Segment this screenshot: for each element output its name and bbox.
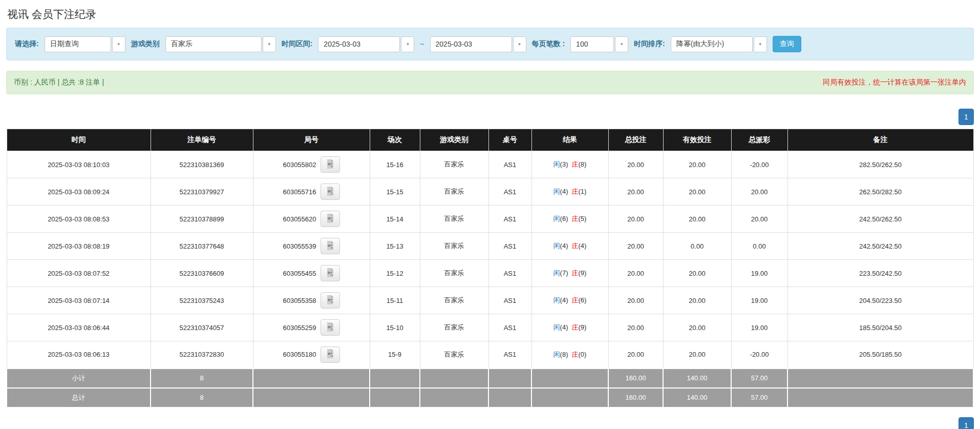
result-banker-label: 庄 — [572, 269, 579, 277]
video-replay-button[interactable] — [321, 238, 340, 254]
filter-bar: 请选择: ▼ 游戏类别 ▼ 时间区间: ▼ ~ ▼ 每页笔数 : ▼ 时间排序:… — [6, 28, 974, 60]
subtotal-label: 小计 — [7, 369, 151, 388]
header-time: 时间 — [7, 129, 151, 151]
date-range-separator: ~ — [420, 40, 424, 48]
cell-session: 15-16 — [370, 151, 420, 178]
cell-table-no: AS1 — [488, 287, 531, 314]
page-size-dropdown-button[interactable]: ▼ — [615, 36, 628, 52]
cell-session: 15-14 — [370, 206, 420, 233]
result-banker-count: (9) — [579, 269, 587, 277]
result-banker-label: 庄 — [572, 215, 579, 222]
cell-table-no: AS1 — [488, 233, 531, 260]
cell-table-no: AS1 — [488, 151, 531, 178]
cell-valid-bet: 20.00 — [663, 178, 731, 206]
video-replay-button[interactable] — [321, 211, 340, 227]
page-1-button[interactable]: 1 — [958, 109, 974, 125]
cell-table-no: AS1 — [488, 178, 531, 206]
select-type-label: 请选择: — [15, 39, 39, 49]
header-valid-bet: 有效投注 — [663, 129, 731, 151]
cell-total-bet[interactable]: 20.00 — [608, 151, 663, 178]
sort-order-input[interactable] — [671, 36, 753, 52]
cell-remark: 242.50/262.50 — [787, 206, 973, 233]
summary-empty-cell — [531, 369, 608, 388]
table-row: 2025-03-03 08:07:14 522310375243 6030553… — [7, 287, 973, 314]
date-from-dropdown-button[interactable]: ▼ — [401, 36, 414, 52]
cell-round-no: 603055358 — [253, 287, 370, 314]
date-from-input[interactable] — [318, 36, 400, 52]
page-1-button[interactable]: 1 — [958, 417, 974, 429]
sort-order-label: 时间排序: — [634, 39, 665, 49]
cell-time: 2025-03-03 08:07:52 — [7, 260, 151, 287]
date-from-combobox: ▼ — [318, 36, 414, 52]
cell-result: 闲(4)庄(4) — [531, 233, 608, 260]
summary-empty-cell — [787, 369, 973, 388]
result-player-label: 闲 — [553, 323, 560, 331]
header-round-no: 局号 — [253, 129, 370, 151]
cell-round-no: 603055802 — [253, 151, 370, 178]
header-remark: 备注 — [787, 129, 973, 151]
result-player-count: (3) — [560, 160, 568, 168]
page-size-input[interactable] — [570, 36, 614, 52]
result-player-count: (8) — [560, 351, 568, 358]
cell-game-type: 百家乐 — [420, 287, 488, 314]
cell-bet-no: 522310375243 — [151, 287, 253, 314]
video-replay-button[interactable] — [321, 183, 340, 200]
cell-session: 15-10 — [370, 314, 420, 341]
table-header: 时间 注单编号 局号 场次 游戏类别 桌号 结果 总投注 有效投注 总派彩 备注 — [7, 129, 973, 151]
cell-bet-no: 522310379927 — [151, 178, 253, 206]
cell-bet-no: 522310372830 — [151, 341, 253, 369]
game-type-label: 游戏类别 — [131, 39, 160, 49]
summary-empty-cell — [370, 369, 420, 388]
table-row: 2025-03-03 08:08:53 522310378899 6030556… — [7, 206, 973, 233]
cell-payout: 20.00 — [731, 206, 787, 233]
cell-total-bet[interactable]: 20.00 — [608, 178, 663, 206]
cell-table-no: AS1 — [488, 206, 531, 233]
query-type-dropdown-button[interactable]: ▼ — [112, 36, 125, 52]
date-to-input[interactable] — [430, 36, 512, 52]
video-replay-button[interactable] — [321, 265, 340, 281]
cell-payout: -20.00 — [731, 151, 787, 178]
cell-total-bet[interactable]: 20.00 — [608, 260, 663, 287]
query-type-input[interactable] — [45, 36, 111, 52]
cell-valid-bet: 20.00 — [663, 314, 731, 341]
subtotal-total-bet: 160.00 — [608, 369, 663, 388]
cell-table-no: AS1 — [488, 341, 531, 369]
cell-total-bet[interactable]: 20.00 — [608, 287, 663, 314]
cell-game-type: 百家乐 — [420, 206, 488, 233]
date-to-dropdown-button[interactable]: ▼ — [513, 36, 526, 52]
chevron-down-icon: ▼ — [406, 42, 410, 47]
cell-game-type: 百家乐 — [420, 260, 488, 287]
result-player-label: 闲 — [553, 296, 560, 304]
subtotal-valid-bet: 140.00 — [663, 369, 731, 388]
sort-order-dropdown-button[interactable]: ▼ — [754, 36, 767, 52]
video-file-icon — [325, 349, 335, 360]
table-row: 2025-03-03 08:10:03 522310381369 6030558… — [7, 151, 973, 178]
cell-game-type: 百家乐 — [420, 233, 488, 260]
video-replay-button[interactable] — [321, 156, 340, 173]
video-replay-button[interactable] — [321, 346, 340, 363]
result-player-label: 闲 — [553, 242, 560, 250]
cell-total-bet[interactable]: 20.00 — [608, 341, 663, 369]
currency-total-text: 币别 : 人民币 | 总共 :8 注单 | — [14, 78, 104, 87]
cell-round-no: 603055539 — [253, 233, 370, 260]
table-row: 2025-03-03 08:08:19 522310377648 6030555… — [7, 233, 973, 260]
summary-empty-cell — [420, 369, 488, 388]
cell-total-bet[interactable]: 20.00 — [608, 206, 663, 233]
game-type-dropdown-button[interactable]: ▼ — [263, 36, 276, 52]
video-replay-button[interactable] — [321, 292, 340, 309]
cell-total-bet[interactable]: 20.00 — [608, 233, 663, 260]
result-banker-label: 庄 — [572, 160, 579, 168]
cell-bet-no: 522310377648 — [151, 233, 253, 260]
search-button[interactable]: 查询 — [773, 36, 801, 52]
game-type-input[interactable] — [165, 36, 262, 52]
header-payout: 总派彩 — [731, 129, 787, 151]
cell-game-type: 百家乐 — [420, 314, 488, 341]
cell-payout: -20.00 — [731, 341, 787, 369]
cell-time: 2025-03-03 08:07:14 — [7, 287, 151, 314]
cell-round-no: 603055620 — [253, 206, 370, 233]
summary-notice-bar: 币别 : 人民币 | 总共 :8 注单 | 同局有效投注，统一计算在该局第一张注… — [6, 71, 974, 94]
cell-total-bet[interactable]: 20.00 — [608, 314, 663, 341]
cell-session: 15-9 — [370, 341, 420, 369]
chevron-down-icon: ▼ — [117, 42, 121, 47]
video-replay-button[interactable] — [321, 319, 340, 336]
